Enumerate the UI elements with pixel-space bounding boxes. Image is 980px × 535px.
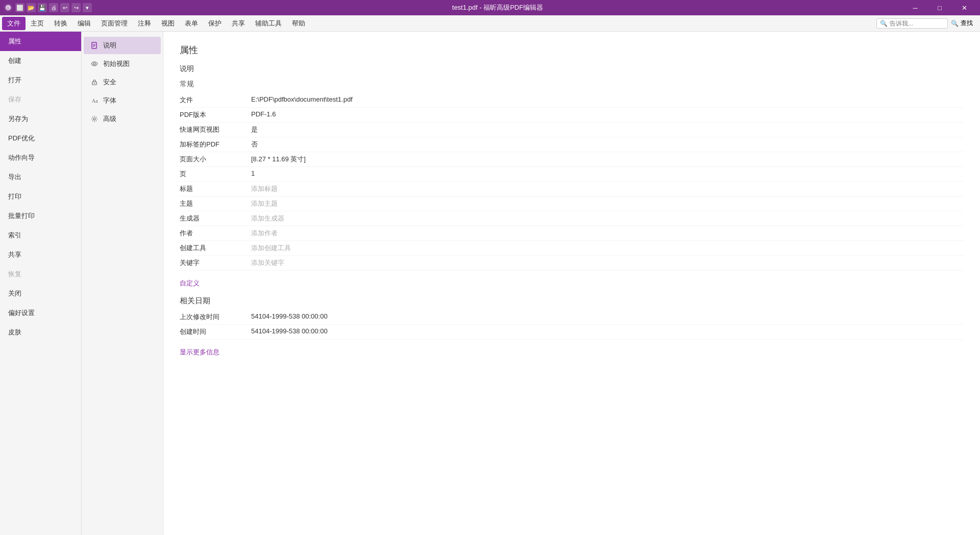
props-nav-advanced[interactable]: 高级 (84, 110, 161, 128)
file-menu-save: 保存 (0, 90, 81, 109)
prop-label-keywords: 关键字 (180, 258, 251, 268)
prop-label-pages: 页 (180, 169, 251, 179)
file-menu-batch-print[interactable]: 批量打印 (0, 206, 81, 226)
file-menu-preferences[interactable]: 偏好设置 (0, 303, 81, 323)
maximize-button[interactable]: □ (928, 0, 951, 15)
menu-item-tools[interactable]: 辅助工具 (250, 17, 287, 30)
prop-label-modified: 上次修改时间 (180, 312, 251, 322)
new-icon[interactable]: ⬜ (15, 3, 24, 12)
font-icon: Aa (90, 96, 99, 105)
menu-item-share[interactable]: 共享 (227, 17, 250, 30)
file-menu-open[interactable]: 打开 (0, 70, 81, 90)
svg-point-10 (93, 118, 95, 120)
print-icon[interactable]: 🖨 (49, 3, 58, 12)
menu-item-annotate[interactable]: 注释 (133, 17, 156, 30)
file-menu-close[interactable]: 关闭 (0, 284, 81, 303)
props-nav-security[interactable]: 安全 (84, 74, 161, 91)
file-menu-index[interactable]: 索引 (0, 226, 81, 245)
customize-link[interactable]: 自定义 (180, 279, 964, 288)
prop-row-fast-web: 快速网页视图 是 (180, 123, 964, 137)
close-button[interactable]: ✕ (952, 0, 976, 15)
menu-item-form[interactable]: 表单 (180, 17, 203, 30)
prop-value-title[interactable]: 添加标题 (251, 184, 278, 193)
find-icon: 🔍 (951, 20, 959, 27)
prop-row-subject[interactable]: 主题 添加主题 (180, 197, 964, 211)
prop-row-title[interactable]: 标题 添加标题 (180, 182, 964, 197)
prop-row-created: 创建时间 54104-1999-538 00:00:00 (180, 325, 964, 339)
prop-value-file: E:\PDF\pdfbox\document\test1.pdf (251, 95, 353, 105)
search-icon: 🔍 (880, 20, 888, 27)
prop-value-keywords[interactable]: 添加关键字 (251, 258, 284, 268)
search-input[interactable] (890, 20, 941, 27)
menu-item-page-manage[interactable]: 页面管理 (96, 17, 133, 30)
prop-row-creator[interactable]: 创建工具 添加创建工具 (180, 241, 964, 256)
prop-label-created: 创建时间 (180, 327, 251, 336)
menu-item-home[interactable]: 主页 (26, 17, 49, 30)
menu-item-file[interactable]: 文件 (2, 17, 26, 30)
prop-row-file: 文件 E:\PDF\pdfbox\document\test1.pdf (180, 93, 964, 108)
app-body: 属性 创建 打开 保存 另存为 PDF优化 动作向导 导出 打印 批量打印 索引… (0, 32, 980, 535)
content-area: 属性 说明 常规 文件 E:\PDF\pdfbox\document\test1… (163, 32, 980, 535)
file-menu-share[interactable]: 共享 (0, 245, 81, 264)
panel-title: 属性 (180, 44, 964, 56)
prop-label-generator: 生成器 (180, 214, 251, 223)
app-icon: G (4, 4, 12, 12)
menu-item-edit[interactable]: 编辑 (72, 17, 96, 30)
prop-row-generator[interactable]: 生成器 添加生成器 (180, 211, 964, 226)
title-bar-left: G ⬜ 📂 💾 🖨 ↩ ↪ ▾ (4, 3, 92, 12)
menu-item-convert[interactable]: 转换 (49, 17, 72, 30)
prop-label-author: 作者 (180, 229, 251, 238)
props-nav-initial-view[interactable]: 初始视图 (84, 55, 161, 72)
open-icon[interactable]: 📂 (27, 3, 36, 12)
file-menu-properties[interactable]: 属性 (0, 32, 81, 51)
search-box[interactable]: 🔍 (876, 18, 948, 29)
prop-value-created: 54104-1999-538 00:00:00 (251, 327, 328, 336)
prop-label-title: 标题 (180, 184, 251, 193)
undo-icon[interactable]: ↩ (60, 3, 69, 12)
prop-label-page-size: 页面大小 (180, 155, 251, 164)
dates-section-title: 相关日期 (180, 296, 964, 306)
props-nav-initial-view-label: 初始视图 (103, 59, 130, 68)
title-bar: G ⬜ 📂 💾 🖨 ↩ ↪ ▾ test1.pdf - 福昕高级PDF编辑器 ─… (0, 0, 980, 15)
file-menu-optimize[interactable]: PDF优化 (0, 129, 81, 148)
svg-point-6 (93, 63, 95, 65)
file-menu-export[interactable]: 导出 (0, 167, 81, 187)
redo-icon[interactable]: ↪ (71, 3, 81, 12)
props-nav-fonts-label: 字体 (103, 96, 116, 105)
more-icon[interactable]: ▾ (83, 3, 92, 12)
prop-row-modified: 上次修改时间 54104-1999-538 00:00:00 (180, 310, 964, 325)
window-controls: ─ □ ✕ (903, 0, 976, 15)
file-menu-skin[interactable]: 皮肤 (0, 323, 81, 342)
prop-row-keywords[interactable]: 关键字 添加关键字 (180, 256, 964, 271)
prop-row-tagged: 加标签的PDF 否 (180, 137, 964, 152)
prop-value-modified: 54104-1999-538 00:00:00 (251, 312, 328, 322)
menu-item-view[interactable]: 视图 (156, 17, 180, 30)
prop-row-pdf-version: PDF版本 PDF-1.6 (180, 108, 964, 123)
menu-item-help[interactable]: 帮助 (287, 17, 310, 30)
file-menu-action[interactable]: 动作向导 (0, 148, 81, 167)
find-label[interactable]: 查找 (961, 19, 973, 28)
file-menu-saveas[interactable]: 另存为 (0, 109, 81, 129)
file-menu-create[interactable]: 创建 (0, 51, 81, 70)
prop-value-generator[interactable]: 添加生成器 (251, 214, 284, 223)
prop-label-fast-web: 快速网页视图 (180, 125, 251, 134)
prop-value-author[interactable]: 添加作者 (251, 229, 278, 238)
minimize-button[interactable]: ─ (903, 0, 927, 15)
show-more-link[interactable]: 显示更多信息 (180, 348, 964, 357)
prop-value-fast-web: 是 (251, 125, 258, 134)
prop-value-creator[interactable]: 添加创建工具 (251, 244, 291, 253)
menu-item-protect[interactable]: 保护 (203, 17, 227, 30)
prop-value-pages: 1 (251, 169, 255, 179)
props-nav-description[interactable]: 说明 (84, 37, 161, 54)
save-icon[interactable]: 💾 (38, 3, 47, 12)
menu-bar: 文件 主页 转换 编辑 页面管理 注释 视图 表单 保护 共享 辅助工具 帮助 … (0, 15, 980, 32)
description-section-title: 说明 (180, 64, 964, 74)
eye-icon (90, 59, 99, 68)
prop-row-author[interactable]: 作者 添加作者 (180, 226, 964, 241)
props-nav-security-label: 安全 (103, 78, 116, 87)
svg-text:G: G (7, 6, 9, 10)
prop-value-subject[interactable]: 添加主题 (251, 199, 278, 208)
props-nav-fonts[interactable]: Aa 字体 (84, 92, 161, 109)
props-nav-advanced-label: 高级 (103, 114, 116, 124)
file-menu-print[interactable]: 打印 (0, 187, 81, 206)
